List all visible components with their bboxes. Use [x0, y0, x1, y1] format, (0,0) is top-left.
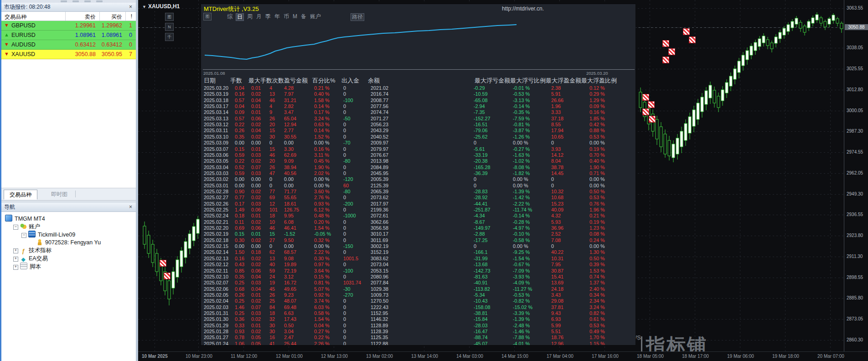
- stats-value: -9.25 %: [513, 249, 530, 255]
- tree-item-ea-[interactable]: +◆EA交易: [13, 255, 48, 262]
- stats-value: 3.74 %: [314, 298, 330, 304]
- stats-value: 24.18: [551, 286, 563, 292]
- stats-value: 0.93: [235, 329, 244, 334]
- market-watch-empty[interactable]: [1, 59, 136, 188]
- trade-marker-icon[interactable]: [668, 48, 675, 55]
- stats-value: 36.96: [551, 225, 563, 231]
- stats-value: 0.00 %: [589, 183, 605, 188]
- mtdriver-stats-panel[interactable]: MTDriver统计 ,V3.25 http://mtdriver.cn. 图 …: [201, 4, 636, 346]
- trade-marker-icon[interactable]: [648, 101, 655, 108]
- stats-value: 2074.74: [371, 109, 388, 115]
- toolbar-icon[interactable]: [96, 0, 103, 2]
- stats-date: 2025.03.11: [204, 128, 228, 133]
- market-watch-row[interactable]: ▲EURUSD1.089611.089610: [1, 31, 136, 40]
- toolbar-icon[interactable]: [72, 0, 79, 2]
- stats-value: 0.40 %: [589, 158, 605, 164]
- stats-value: 0.92 %: [314, 292, 330, 298]
- stats-value: 0.22 %: [314, 335, 330, 340]
- stats-value: 0: [343, 122, 346, 127]
- stats-date: 2025.02.25: [204, 207, 228, 212]
- chart-tool-button[interactable]: 图: [165, 13, 174, 21]
- time-axis[interactable]: 10 Mar 202510 Mar 23:0011 Mar 12:0012 Ma…: [138, 351, 868, 361]
- price-axis[interactable]: 3063.553038.053025.553012.803000.052987.…: [844, 0, 868, 351]
- tree-item-tickmill-live09[interactable]: −Tickmill-Live09: [21, 231, 75, 238]
- stats-value: 27: [269, 237, 275, 243]
- stats-date: 2025.03.18: [204, 98, 228, 103]
- tab-tick-chart[interactable]: 即时图: [46, 190, 73, 199]
- chart-tool-button[interactable]: 千: [165, 33, 174, 41]
- trade-marker-icon[interactable]: [689, 36, 696, 43]
- stats-value: 13.69: [551, 280, 563, 285]
- stats-value: 0.21 %: [314, 85, 330, 91]
- toolbar-icon[interactable]: [84, 0, 91, 2]
- stats-value: 14.12: [551, 152, 563, 158]
- stats-value: -38.81: [474, 310, 488, 316]
- chart-tool-button[interactable]: N: [165, 23, 174, 31]
- stats-value: -0.01 %: [513, 85, 530, 91]
- stats-value: -152.27: [474, 116, 491, 121]
- trade-marker-icon[interactable]: [662, 40, 669, 47]
- stats-value: 0.00 %: [314, 243, 330, 249]
- time-tick-label: 19 Mar 06:00: [727, 354, 754, 359]
- market-watch-header: 交易品种 卖价 买价 !: [1, 12, 136, 21]
- toolbar-icon[interactable]: [61, 0, 67, 2]
- trade-marker-icon[interactable]: [164, 273, 170, 279]
- stats-value: 0.02: [251, 158, 261, 164]
- stats-value: 0.03: [251, 310, 261, 316]
- stats-value: 1222.43: [371, 304, 388, 310]
- trade-marker-icon[interactable]: [642, 94, 649, 101]
- stats-value: 3.60 %: [314, 189, 330, 194]
- stats-value: 1122.88: [371, 341, 388, 346]
- tree-item-tmgm-mt4[interactable]: TMGM MT4: [5, 215, 45, 222]
- stats-row: 2025.03.200.040.0144.280.21 %02021.02-0.…: [201, 85, 636, 91]
- trade-marker-icon[interactable]: [649, 116, 656, 123]
- tree-item--[interactable]: +ƒ技术指标: [13, 247, 52, 254]
- collapse-icon[interactable]: −: [13, 225, 18, 230]
- collapse-icon[interactable]: −: [21, 233, 26, 238]
- tab-symbols[interactable]: 交易品种: [4, 190, 37, 200]
- market-watch-row[interactable]: ▼XAUUSD3050.883050.957: [1, 50, 136, 59]
- stats-value: 0.04: [251, 274, 261, 279]
- stats-value: 0.43: [235, 262, 244, 267]
- stats-value: 40.56: [284, 170, 296, 176]
- trade-marker-icon[interactable]: [683, 28, 690, 35]
- stats-date: 2025.01.28: [204, 329, 228, 334]
- stats-value: 0.03: [251, 280, 261, 285]
- stats-value: 0.50: [284, 323, 294, 328]
- stats-value: 0: [474, 183, 476, 188]
- tree-item--[interactable]: +脚本: [13, 263, 41, 270]
- tree-item-9072528-fengyan-yu[interactable]: 9072528: Fengyan Yu: [30, 239, 101, 246]
- market-watch-row[interactable]: ▼GBPUSD1.299611.299621: [1, 21, 136, 31]
- stats-value: -31.99: [474, 256, 488, 261]
- expand-icon[interactable]: +: [13, 265, 18, 270]
- stats-value: 0.53 %: [589, 323, 605, 328]
- stats-value: 0: [474, 176, 476, 182]
- navigator-titlebar[interactable]: 导航 ×: [1, 203, 136, 212]
- stats-header: 日期: [204, 77, 216, 85]
- stats-value: 0.00 %: [589, 176, 605, 182]
- close-icon[interactable]: ×: [129, 3, 132, 11]
- stats-value: 0.59: [235, 152, 244, 158]
- time-tick-label: 12 Mar 01:00: [276, 354, 303, 359]
- stats-value: -28.92: [474, 195, 488, 200]
- stats-value: 0: [343, 146, 346, 152]
- stats-value: 0.45 %: [314, 158, 330, 164]
- stats-value: 0.58 %: [314, 310, 330, 316]
- tree-item--[interactable]: −账户: [13, 223, 40, 230]
- expand-icon[interactable]: +: [13, 248, 18, 253]
- stats-value: 0.48 %: [314, 213, 330, 218]
- close-icon[interactable]: ×: [129, 203, 132, 211]
- expand-icon[interactable]: +: [13, 257, 18, 262]
- trade-marker-icon[interactable]: [160, 260, 166, 267]
- stats-value: 15: [269, 146, 275, 152]
- trade-marker-icon[interactable]: [642, 108, 649, 115]
- chart-symbol-label[interactable]: ▼XAUUSD,H1: [142, 3, 180, 10]
- stats-date: 2025.01.31: [204, 310, 228, 316]
- market-watch-row[interactable]: ▼AUDUSD0.634120.634120: [1, 40, 136, 50]
- stats-value: -4.01 %: [513, 341, 530, 346]
- stats-value: 0.49 %: [589, 329, 605, 334]
- stats-value: -0.05 %: [314, 231, 331, 237]
- market-watch-titlebar[interactable]: 市场报价: 08:20:48 ×: [1, 3, 136, 12]
- stats-value: 1.90 %: [314, 165, 330, 170]
- trade-marker-icon[interactable]: [662, 57, 669, 63]
